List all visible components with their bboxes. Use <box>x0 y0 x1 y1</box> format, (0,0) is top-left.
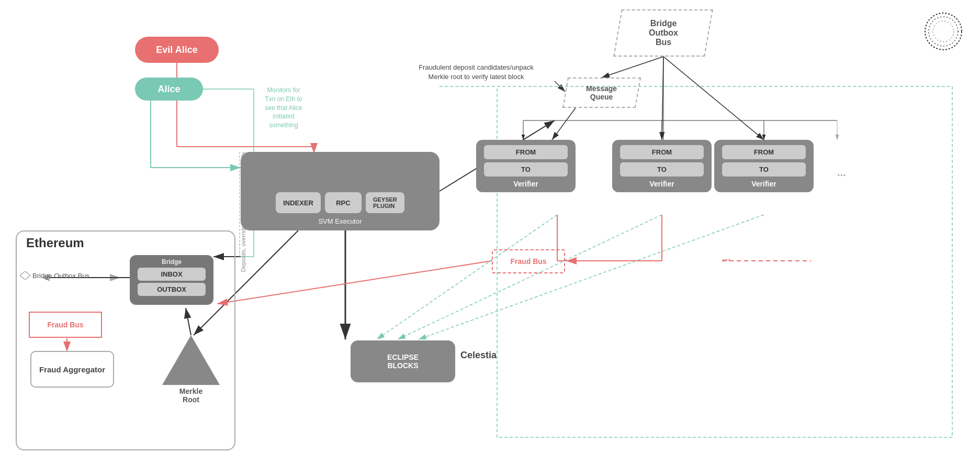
evil-alice-node: Evil Alice <box>135 37 219 63</box>
indexer-component: INDEXER <box>276 192 321 213</box>
eclipse-blocks-label: ECLIPSEBLOCKS <box>387 353 419 370</box>
verifier-1-to: TO <box>484 162 568 177</box>
celestia-label: Celestia <box>460 350 497 361</box>
verifier-3-label: Verifier <box>751 180 776 188</box>
merkle-triangle <box>162 335 220 385</box>
eclipse-logo <box>922 10 964 52</box>
diagram: Evil Alice Alice Monitors forTxn on Eth … <box>0 0 980 474</box>
bridge-outbox-bus-top-text: BridgeOutboxBus <box>649 19 678 47</box>
bridge-container: Bridge INBOX OUTBOX <box>130 255 213 305</box>
verifier-1: FROM TO Verifier <box>476 140 576 192</box>
svg-line-23 <box>555 81 565 92</box>
verifier-2: FROM TO Verifier <box>612 140 712 192</box>
fraud-bus-right: Fraud Bus <box>492 249 565 273</box>
monitors-annotation: Monitors forTxn on Eth tosee that Alicei… <box>242 86 325 130</box>
svm-label: SVM Executor <box>318 217 362 225</box>
bridge-inbox: INBOX <box>138 268 206 281</box>
bridge-label: Bridge <box>162 258 182 266</box>
geyser-plugin-component: GEYSERPLUGIN <box>366 192 404 213</box>
merkle-root: MerkleRoot <box>162 335 220 404</box>
merkle-label: MerkleRoot <box>179 387 202 404</box>
verifier-2-from: FROM <box>620 145 704 159</box>
message-queue: MessageQueue <box>562 78 641 108</box>
alice-label: Alice <box>157 84 180 95</box>
svg-point-50 <box>925 13 962 50</box>
fraud-bus-left: Fraud Bus <box>29 312 102 338</box>
fraud-bus-right-text: Fraud Bus <box>510 257 546 266</box>
svm-executor: INDEXER RPC GEYSERPLUGIN SVM Executor <box>241 152 440 230</box>
svg-line-26 <box>662 57 663 140</box>
fraud-bus-left-text: Fraud Bus <box>47 321 83 329</box>
svg-line-48 <box>419 215 764 339</box>
svg-line-24 <box>602 57 663 78</box>
bridge-outbox: OUTBOX <box>138 283 206 296</box>
svg-line-36 <box>398 215 662 339</box>
fraud-aggregator-text: Fraud Aggregator <box>39 365 105 374</box>
verifier-1-from: FROM <box>484 145 568 159</box>
verifier-2-label: Verifier <box>649 180 674 188</box>
svg-line-33 <box>217 261 492 304</box>
message-queue-text: MessageQueue <box>586 84 617 101</box>
fraud-deposit-annotation: Fraudulent deposit candidates/unpackMerk… <box>403 63 549 82</box>
verifier-3: FROM TO Verifier <box>714 140 814 192</box>
bridge-outbox-bus-label: Bridge Outbox Bus <box>20 271 89 280</box>
alice-node: Alice <box>135 78 203 101</box>
svg-line-27 <box>663 57 764 140</box>
verifier-3-from: FROM <box>722 145 806 159</box>
svg-point-52 <box>933 21 954 42</box>
evil-alice-label: Evil Alice <box>156 45 197 56</box>
eclipse-blocks: ECLIPSEBLOCKS <box>351 340 455 382</box>
verifier-2-to: TO <box>620 162 704 177</box>
verifier-1-label: Verifier <box>513 180 538 188</box>
svg-marker-49 <box>20 271 30 280</box>
bridge-outbox-bus-text: Bridge Outbox Bus <box>32 272 89 280</box>
svg-line-25 <box>552 108 576 140</box>
bridge-outbox-bus-top: BridgeOutboxBus <box>613 9 713 57</box>
verifier-3-to: TO <box>722 162 806 177</box>
svg-line-35 <box>377 215 557 339</box>
dots-indicator: ... <box>837 167 846 179</box>
ethereum-label: Ethereum <box>26 236 84 250</box>
fraud-bus-dots: ... <box>722 251 731 263</box>
fraud-aggregator: Fraud Aggregator <box>30 351 114 388</box>
rpc-component: RPC <box>325 192 362 213</box>
svm-components: INDEXER RPC GEYSERPLUGIN <box>276 192 404 213</box>
